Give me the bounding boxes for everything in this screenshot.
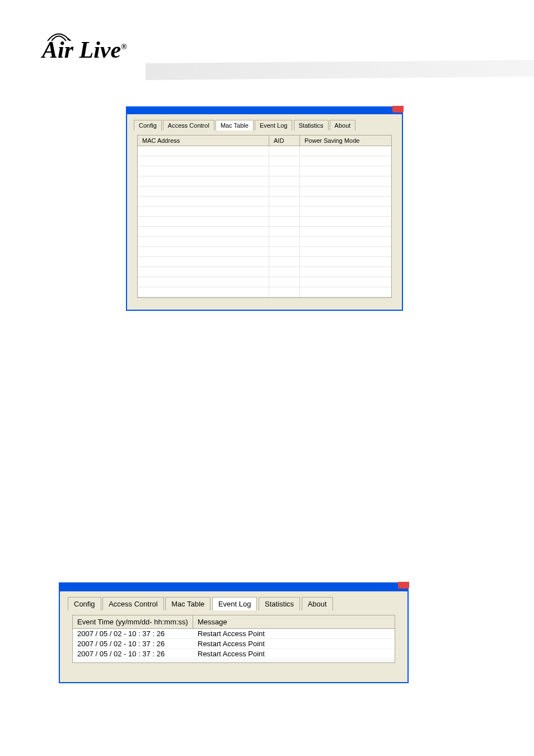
table-row — [138, 146, 391, 156]
logo-trademark: ® — [121, 43, 127, 51]
cell-message: Restart Access Point — [193, 649, 395, 659]
tab-bar: Config Access Control Mac Table Event Lo… — [60, 591, 407, 610]
column-mac-address[interactable]: MAC Address — [138, 136, 269, 146]
close-icon[interactable] — [398, 582, 409, 589]
window-titlebar — [60, 584, 407, 591]
window-titlebar — [127, 108, 402, 114]
event-log-window: Config Access Control Mac Table Event Lo… — [59, 582, 409, 683]
column-aid[interactable]: AID — [269, 136, 300, 146]
table-row — [138, 287, 391, 297]
table-row — [138, 197, 391, 207]
table-row — [138, 186, 391, 197]
tab-config[interactable]: Config — [68, 597, 101, 610]
table-row — [138, 166, 391, 176]
table-row — [138, 227, 391, 237]
event-log-table: Event Time (yy/mm/dd- hh:mm:ss) Message … — [72, 615, 395, 663]
table-row — [138, 207, 391, 217]
table-row: 2007 / 05 / 02 - 10 : 37 : 26 Restart Ac… — [73, 629, 395, 639]
tab-access-control[interactable]: Access Control — [102, 597, 163, 610]
column-message[interactable]: Message — [193, 615, 395, 628]
table-row — [73, 661, 395, 662]
table-header: Event Time (yy/mm/dd- hh:mm:ss) Message — [73, 615, 395, 629]
tab-bar: Config Access Control Mac Table Event Lo… — [127, 114, 402, 130]
table-row — [138, 277, 391, 287]
tab-event-log[interactable]: Event Log — [255, 120, 293, 130]
table-row — [138, 257, 391, 267]
tab-access-control[interactable]: Access Control — [163, 120, 214, 130]
brand-logo: Air Live® — [42, 36, 127, 63]
mac-table-window: Config Access Control Mac Table Event Lo… — [126, 106, 403, 311]
header-divider — [146, 60, 534, 80]
close-icon[interactable] — [392, 106, 404, 113]
tab-about[interactable]: About — [302, 597, 333, 610]
tab-statistics[interactable]: Statistics — [259, 597, 300, 610]
table-row — [138, 247, 391, 257]
table-row — [138, 156, 391, 166]
tab-config[interactable]: Config — [134, 120, 162, 130]
table-row — [138, 237, 391, 247]
cell-time: 2007 / 05 / 02 - 10 : 37 : 26 — [73, 629, 193, 638]
tab-about[interactable]: About — [330, 120, 356, 130]
table-row — [138, 267, 391, 277]
tab-mac-table[interactable]: Mac Table — [165, 597, 210, 610]
cell-time: 2007 / 05 / 02 - 10 : 37 : 26 — [73, 649, 193, 659]
table-row: 2007 / 05 / 02 - 10 : 37 : 26 Restart Ac… — [73, 649, 395, 659]
tab-mac-table[interactable]: Mac Table — [216, 120, 254, 130]
column-power-saving-mode[interactable]: Power Saving Mode — [300, 136, 384, 146]
wifi-icon — [45, 30, 73, 44]
column-event-time[interactable]: Event Time (yy/mm/dd- hh:mm:ss) — [73, 615, 193, 628]
tab-statistics[interactable]: Statistics — [294, 120, 329, 130]
table-row — [138, 217, 391, 227]
cell-message: Restart Access Point — [193, 629, 395, 638]
cell-message: Restart Access Point — [193, 639, 395, 648]
tab-event-log[interactable]: Event Log — [212, 597, 257, 610]
table-row: 2007 / 05 / 02 - 10 : 37 : 26 Restart Ac… — [73, 639, 395, 649]
cell-time: 2007 / 05 / 02 - 10 : 37 : 26 — [73, 639, 193, 648]
mac-table: MAC Address AID Power Saving Mode — [137, 135, 392, 298]
table-row — [138, 176, 391, 186]
table-header: MAC Address AID Power Saving Mode — [138, 136, 391, 146]
